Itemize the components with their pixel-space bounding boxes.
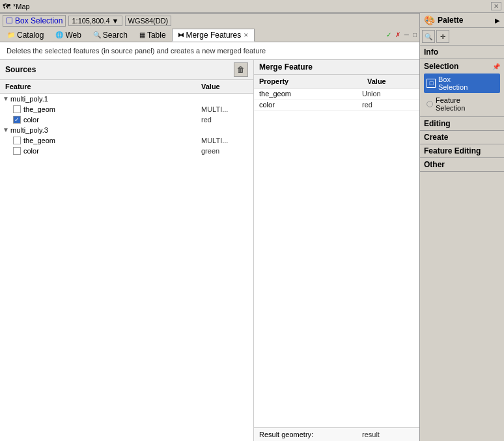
palette-icon: 🎨 [424,15,435,25]
merge-value-col-header: Value [365,76,417,87]
editing-section[interactable]: Editing [420,117,504,131]
toggle-1[interactable]: ▼ [3,95,10,102]
red-arrow-annotation [240,142,253,162]
bottom-tab-bar: 📁 Catalog 🌐 Web 🔍 Search ▦ Table ⧓ Merge… [0,28,419,42]
value-col-header: Value [199,81,251,92]
tab-merge-features[interactable]: ⧓ Merge Features ✕ [172,29,255,42]
tab-table[interactable]: ▦ Table [133,29,172,42]
right-panel: 🎨 Palette ▶ 🔍 ✛ Info Selection 📌 ☐ BoxSe… [419,13,504,441]
sources-tree: ▼ multi_poly.1 the_geom MULTI... ✓ color… [0,94,253,441]
tree-child-2-2[interactable]: color green [0,146,253,156]
feature-selection-radio [427,101,433,107]
merge-table-header: Property Value [254,75,419,88]
box-selection-icon: ☐ [6,16,13,25]
tab-actions: ✓ ✗ ─ □ [385,31,418,38]
label-1-1: the_geom [23,105,199,113]
selection-title: Selection [424,62,458,71]
selection-section: Selection 📌 ☐ BoxSelection FeatureSelect… [420,59,504,117]
window-title: *Map [13,3,491,10]
box-selection-status[interactable]: ☐ Box Selection [3,15,66,27]
zoom-tool-button[interactable]: 🔍 [422,30,435,43]
toggle-2[interactable]: ▼ [3,126,10,133]
move-tool-button[interactable]: ✛ [436,30,449,43]
checkbox-1-2[interactable]: ✓ [13,116,21,124]
feature-selection-label: FeatureSelection [436,96,465,112]
palette-arrow-icon: ▶ [495,17,500,24]
tab-web[interactable]: 🌐 Web [49,29,87,42]
result-label: Result geometry: [259,431,362,438]
tree-child-1-2[interactable]: ✓ color red [0,114,253,125]
merge-check-btn[interactable]: ✓ [385,31,393,38]
merge-x-btn[interactable]: ✗ [394,31,402,38]
tree-child-2-1[interactable]: the_geom MULTI... [0,135,253,146]
value-1-1: MULTI... [199,105,251,113]
tree-child-1-1[interactable]: the_geom MULTI... [0,104,253,114]
value-2: red [362,101,414,109]
tree-group-2[interactable]: ▼ multi_poly.3 [0,125,253,135]
checkbox-2-1[interactable] [13,137,21,144]
catalog-icon: 📁 [7,31,15,38]
table-icon: ▦ [139,31,145,38]
title-bar: 🗺 *Map ✕ [0,0,504,13]
property-2: color [259,101,362,109]
box-selection-icon: ☐ [427,79,436,88]
merge-max-btn[interactable]: □ [412,31,418,38]
description-area: Deletes the selected features (in source… [0,42,419,60]
checkbox-2-2[interactable] [13,147,21,155]
sources-panel: Sources 🗑 Feature Value ▼ multi_poly.1 [0,60,254,441]
merge-tab-close[interactable]: ✕ [244,32,249,38]
merge-min-btn[interactable]: ─ [403,31,410,38]
merge-icon: ⧓ [178,31,184,38]
description-text: Deletes the selected features (in source… [7,47,266,55]
merge-title: Merge Feature [259,62,313,72]
create-section[interactable]: Create [420,131,504,144]
property-1: the_geom [259,90,362,98]
scale-status[interactable]: 1:105,800.4 ▼ [68,16,122,26]
tab-search[interactable]: 🔍 Search [87,29,133,42]
tree-group-1[interactable]: ▼ multi_poly.1 [0,94,253,104]
palette-tools: 🔍 ✛ [420,28,504,46]
search-icon: 🔍 [93,31,101,38]
crs-status[interactable]: WGS84(DD) [125,16,172,26]
result-row: Result geometry: result [254,427,419,441]
label-2-1: the_geom [23,137,199,144]
merge-header: Merge Feature [254,60,419,75]
merge-row-1: the_geom Union [254,88,419,100]
palette-label: Palette [438,16,495,25]
sources-title: Sources [5,65,36,74]
box-selection-label: BoxSelection [438,75,468,91]
web-icon: 🌐 [55,31,63,38]
merge-panel: Merge Feature Property Value the_geom Un… [254,60,419,441]
sources-table-header: Feature Value [0,80,253,94]
feature-selection-item[interactable]: FeatureSelection [424,94,500,114]
feature-col-header: Feature [3,81,199,92]
panels-row: Sources 🗑 Feature Value ▼ multi_poly.1 [0,60,419,441]
label-1-2: color [23,116,199,124]
info-section[interactable]: Info [420,46,504,59]
box-selection-item[interactable]: ☐ BoxSelection [424,74,500,93]
palette-header[interactable]: 🎨 Palette ▶ [420,13,504,28]
checkbox-1-1[interactable] [13,105,21,113]
map-icon: 🗺 [3,2,10,11]
value-1-2: red [199,116,251,124]
sources-header: Sources 🗑 [0,60,253,80]
property-col-header: Property [257,76,365,87]
sources-delete-button[interactable]: 🗑 [234,62,248,77]
result-value: result [362,431,414,438]
main-container: red white green ☐ Box Selection 1:105,80… [0,13,504,441]
feature-editing-section[interactable]: Feature Editing [420,144,504,158]
group-2-label: multi_poly.3 [10,126,251,134]
merge-row-2: color red [254,100,419,111]
value-1: Union [362,90,414,98]
merge-rows: the_geom Union color red [254,88,419,427]
group-1-label: multi_poly.1 [10,95,251,103]
label-2-2: color [23,147,199,155]
selection-pin-icon[interactable]: 📌 [492,63,500,70]
map-area: red white green ☐ Box Selection 1:105,80… [0,13,419,441]
other-section[interactable]: Other [420,158,504,172]
tab-catalog[interactable]: 📁 Catalog [1,29,49,42]
delete-icon: 🗑 [237,65,245,74]
selection-header: Selection 📌 [424,62,500,71]
map-status-bar: ☐ Box Selection 1:105,800.4 ▼ WGS84(DD) [0,13,419,28]
close-button[interactable]: ✕ [491,2,501,10]
